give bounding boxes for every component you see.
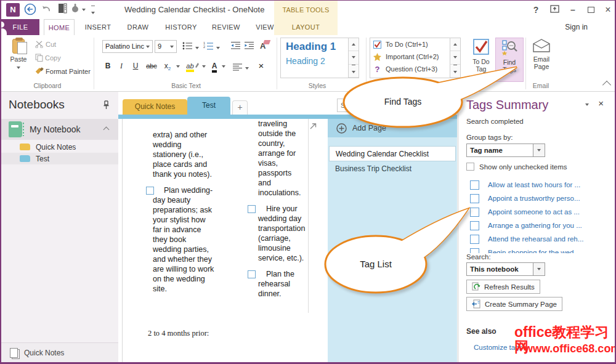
subscript-button[interactable]: x2 bbox=[163, 60, 172, 72]
tag-list-callout-label: Tag List bbox=[345, 259, 407, 269]
close-icon[interactable]: × bbox=[600, 4, 616, 16]
numbering-icon[interactable]: 12 bbox=[203, 41, 220, 53]
touch-mouse-mode-icon[interactable] bbox=[70, 3, 81, 17]
tab-home[interactable]: HOME bbox=[44, 19, 75, 35]
page-editing-area[interactable]: extra) and other wedding stationery (i.e… bbox=[118, 119, 328, 362]
quick-notes-footer-button[interactable]: Quick Notes bbox=[1, 342, 118, 362]
new-section-tab[interactable]: + bbox=[232, 100, 248, 115]
highlight-dropdown-icon[interactable] bbox=[202, 65, 206, 68]
cut-button[interactable]: Cut bbox=[35, 39, 56, 50]
page-column-2[interactable]: traveling outside the country, arrange f… bbox=[258, 119, 306, 299]
italic-button[interactable]: I bbox=[118, 60, 125, 72]
page-column-1[interactable]: extra) and other wedding stationery (i.e… bbox=[153, 130, 216, 294]
sidebar-item-test[interactable]: Test bbox=[1, 153, 118, 164]
minimize-icon[interactable]: – bbox=[565, 4, 581, 16]
todo-checkbox[interactable] bbox=[248, 270, 256, 278]
todo-checkbox[interactable] bbox=[146, 187, 154, 195]
email-page-button[interactable]: Email Page bbox=[527, 38, 556, 78]
search-scope-label: Search: bbox=[466, 253, 607, 261]
paragraph-alignment-icon[interactable] bbox=[233, 62, 249, 73]
bullets-icon[interactable] bbox=[182, 41, 199, 53]
tag-result-row[interactable]: Appoint a trustworthy perso... bbox=[470, 192, 607, 205]
table-tools-context-label: TABLE TOOLS bbox=[274, 1, 338, 19]
font-size-combo[interactable]: 9 bbox=[155, 40, 177, 53]
script-dropdown-icon[interactable] bbox=[176, 65, 180, 68]
section-tab-quick-notes[interactable]: Quick Notes bbox=[123, 99, 187, 115]
tab-layout[interactable]: LAYOUT bbox=[274, 19, 338, 35]
create-summary-page-button[interactable]: Create Summary Page bbox=[466, 297, 562, 311]
tag-checkbox[interactable] bbox=[470, 194, 479, 203]
ribbon-display-options-icon[interactable] bbox=[546, 4, 562, 16]
tag-result-row[interactable]: Begin shopping for the wed... bbox=[470, 246, 607, 253]
tag-result-row[interactable]: Attend the rehearsal and reh... bbox=[470, 232, 607, 246]
show-unchecked-checkbox-row[interactable]: Show only unchecked items bbox=[466, 163, 607, 171]
todo-checkbox-icon bbox=[373, 41, 381, 49]
svg-text:2: 2 bbox=[203, 45, 205, 49]
dock-to-desktop-icon[interactable] bbox=[57, 3, 68, 17]
font-name-combo[interactable]: Palatino Linc bbox=[102, 40, 153, 53]
increase-indent-icon[interactable] bbox=[244, 41, 254, 52]
tab-history[interactable]: HISTORY bbox=[161, 19, 201, 35]
underline-button[interactable]: U bbox=[131, 60, 140, 72]
section-tab-test[interactable]: Test bbox=[187, 97, 230, 115]
title-bar: N Wedding Calendar Checklist - OneNote T… bbox=[1, 1, 615, 19]
strikethrough-button[interactable]: abc bbox=[144, 60, 159, 72]
pane-options-dropdown-icon[interactable] bbox=[585, 103, 589, 106]
bold-button[interactable]: B bbox=[103, 60, 112, 72]
tab-draw[interactable]: DRAW bbox=[122, 19, 154, 35]
group-by-dropdown[interactable]: Tag name bbox=[466, 144, 545, 157]
search-scope-dropdown[interactable]: This notebook bbox=[466, 262, 545, 276]
format-painter-button[interactable]: Format Painter bbox=[35, 66, 91, 77]
close-pane-icon[interactable]: × bbox=[598, 98, 604, 108]
page-item-selected[interactable]: Wedding Calendar Checklist bbox=[329, 146, 456, 161]
sidebar-item-my-notebook[interactable]: My Notebook bbox=[1, 119, 118, 140]
decrease-indent-icon[interactable] bbox=[230, 41, 241, 52]
copy-button[interactable]: Copy bbox=[35, 52, 61, 63]
todo-item[interactable]: Hire your wedding day transportation (ca… bbox=[258, 204, 306, 263]
tag-result-row[interactable]: Appoint someone to act as ... bbox=[470, 205, 607, 219]
highlight-button[interactable]: ab bbox=[186, 60, 200, 72]
collapse-notebook-icon[interactable] bbox=[103, 126, 110, 132]
tag-list-callout bbox=[319, 203, 477, 296]
tag-result-row[interactable]: Arrange a gathering for you ... bbox=[470, 219, 607, 232]
collapse-ribbon-icon[interactable] bbox=[602, 81, 611, 89]
show-unchecked-checkbox[interactable] bbox=[466, 163, 474, 171]
tab-review[interactable]: REVIEW bbox=[208, 19, 244, 35]
tab-insert[interactable]: INSERT bbox=[80, 19, 116, 35]
find-tags-callout bbox=[334, 56, 525, 130]
refresh-results-button[interactable]: Refresh Results bbox=[466, 280, 540, 294]
sidebar-item-quick-notes[interactable]: Quick Notes bbox=[1, 141, 118, 153]
maximize-icon[interactable] bbox=[583, 4, 599, 16]
pin-icon[interactable] bbox=[103, 100, 110, 112]
font-color-button[interactable]: A bbox=[209, 60, 219, 72]
sign-in-link[interactable]: Sign in bbox=[565, 23, 588, 31]
font-color-dropdown-icon[interactable] bbox=[222, 65, 225, 68]
tag-results-list: Allow at least two hours for ... Appoint… bbox=[470, 178, 607, 253]
todo-checkbox[interactable] bbox=[248, 205, 256, 213]
delete-icon[interactable]: × bbox=[256, 60, 266, 72]
expand-page-icon[interactable] bbox=[309, 121, 317, 132]
page-footer-heading[interactable]: 2 to 4 months prior: bbox=[148, 328, 209, 338]
onenote-window: N Wedding Calendar Checklist - OneNote T… bbox=[0, 0, 616, 364]
ribbon-tab-row: FILE HOME INSERT DRAW HISTORY REVIEW VIE… bbox=[1, 19, 615, 35]
touch-mode-dropdown-icon[interactable] bbox=[82, 9, 86, 11]
paragraph[interactable]: traveling outside the country, arrange f… bbox=[258, 119, 306, 198]
paragraph[interactable]: extra) and other wedding stationery (i.e… bbox=[153, 130, 216, 179]
back-icon[interactable] bbox=[23, 3, 37, 19]
style-heading-1[interactable]: Heading 1 bbox=[281, 38, 359, 53]
tab-file[interactable]: FILE bbox=[1, 19, 39, 35]
page-item[interactable]: Business Trip Checklist bbox=[329, 161, 456, 177]
help-icon[interactable]: ? bbox=[528, 4, 544, 16]
todo-item[interactable]: Plan the rehearsal dinner. bbox=[258, 269, 306, 299]
undo-icon[interactable] bbox=[39, 3, 53, 18]
tag-checkbox[interactable] bbox=[470, 180, 479, 190]
envelope-icon bbox=[527, 39, 556, 54]
clear-formatting-icon[interactable]: A bbox=[260, 40, 270, 51]
tag-result-row[interactable]: Allow at least two hours for ... bbox=[470, 178, 607, 192]
to-do-check-icon bbox=[467, 39, 495, 56]
customize-qat-icon[interactable] bbox=[91, 6, 95, 18]
paste-button[interactable]: Paste bbox=[4, 38, 33, 78]
tag-todo-item[interactable]: To Do (Ctrl+1) bbox=[370, 38, 460, 51]
todo-item[interactable]: Plan wedding-day beauty preparations; as… bbox=[153, 185, 216, 294]
paste-icon bbox=[12, 39, 25, 54]
